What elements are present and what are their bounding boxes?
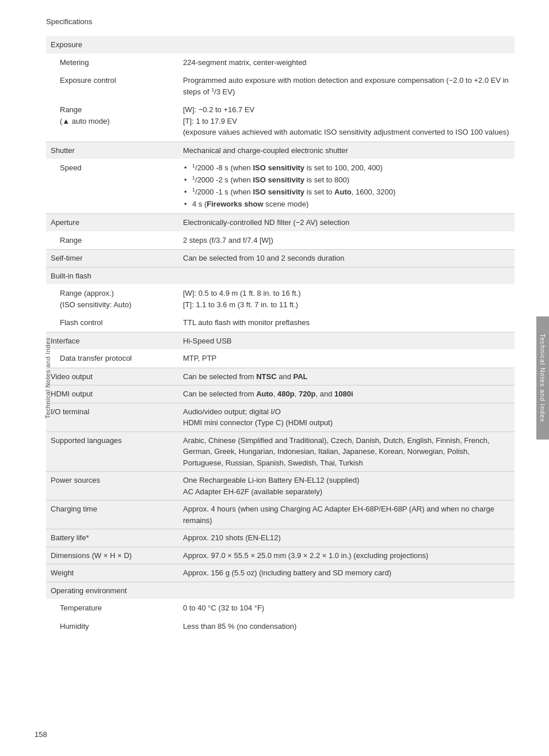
spec-label: I/O terminal (46, 403, 178, 432)
spec-label: Battery life* (46, 529, 178, 547)
spec-value: Approx. 156 g (5.5 oz) (including batter… (178, 564, 514, 582)
spec-sub-label: Flash control (46, 314, 178, 332)
spec-value: Can be selected from 10 and 2 seconds du… (178, 250, 514, 268)
table-row: Supported languagesArabic, Chinese (Simp… (46, 432, 514, 472)
spec-sub-value: TTL auto flash with monitor preflashes (178, 314, 514, 332)
spec-value: Electronically-controlled ND filter (−2 … (178, 214, 514, 231)
spec-sub-value: MTP, PTP (178, 349, 514, 368)
spec-value: Approx. 4 hours (when using Charging AC … (178, 501, 514, 529)
spec-value (178, 36, 514, 54)
spec-label: Operating environment (46, 582, 178, 599)
page-number: 158 (35, 730, 47, 739)
spec-label: Video output (46, 368, 178, 385)
spec-label: HDMI output (46, 385, 178, 403)
table-row: HumidityLess than 85 % (no condensation) (46, 617, 514, 636)
table-row: Battery life*Approx. 210 shots (EN-EL12) (46, 529, 514, 547)
spec-label: Power sources (46, 472, 178, 501)
page: Specifications Technical Notes and Index… (0, 0, 549, 756)
spec-label: Built-in flash (46, 267, 178, 284)
spec-sub-value: Programmed auto exposure with motion det… (178, 71, 514, 101)
table-row: Temperature0 to 40 °C (32 to 104 °F) (46, 599, 514, 617)
table-row: Built-in flash (46, 267, 514, 284)
page-title: Specifications (46, 17, 514, 26)
table-row: Dimensions (W × H × D)Approx. 97.0 × 55.… (46, 547, 514, 564)
spec-sub-value: [W]: −0.2 to +16.7 EV[T]: 1 to 17.9 EV(e… (178, 101, 514, 142)
spec-value: Hi-Speed USB (178, 332, 514, 349)
spec-sub-label: Exposure control (46, 71, 178, 101)
spec-sub-label: Humidity (46, 617, 178, 636)
specs-table: ExposureMetering224-segment matrix, cent… (46, 36, 514, 635)
table-row: ShutterMechanical and charge-coupled ele… (46, 142, 514, 159)
spec-sub-label: Range(▲ auto mode) (46, 101, 178, 142)
spec-label: Supported languages (46, 432, 178, 472)
bullet-item: 1/2000 -2 s (when ISO sensitivity is set… (183, 174, 510, 186)
side-label: Technical Notes and Index (44, 337, 51, 419)
table-row: Range (approx.)(ISO sensitivity: Auto)[W… (46, 284, 514, 314)
spec-value (178, 582, 514, 599)
table-row: Flash controlTTL auto flash with monitor… (46, 314, 514, 332)
spec-label: Exposure (46, 36, 178, 54)
spec-sub-value: 0 to 40 °C (32 to 104 °F) (178, 599, 514, 617)
spec-sub-label: Data transfer protocol (46, 349, 178, 368)
spec-label: Interface (46, 332, 178, 349)
table-row: Power sourcesOne Rechargeable Li-ion Bat… (46, 472, 514, 501)
spec-label: Weight (46, 564, 178, 582)
side-tab: Technical Notes and Index (536, 316, 549, 440)
spec-sub-value: [W]: 0.5 to 4.9 m (1 ft. 8 in. to 16 ft.… (178, 284, 514, 314)
spec-value: Approx. 97.0 × 55.5 × 25.0 mm (3.9 × 2.2… (178, 547, 514, 564)
table-row: Metering224-segment matrix, center-weigh… (46, 54, 514, 72)
spec-sub-value: 1/2000 -8 s (when ISO sensitivity is set… (178, 159, 514, 213)
table-row: Exposure (46, 36, 514, 54)
spec-label: Self-timer (46, 250, 178, 268)
spec-sub-label: Range (46, 231, 178, 250)
table-row: I/O terminalAudio/video output; digital … (46, 403, 514, 432)
table-row: Exposure controlProgrammed auto exposure… (46, 71, 514, 101)
spec-label: Dimensions (W × H × D) (46, 547, 178, 564)
spec-sub-label: Speed (46, 159, 178, 213)
bullet-item: 4 s (Fireworks show scene mode) (183, 198, 510, 210)
table-row: Self-timerCan be selected from 10 and 2 … (46, 250, 514, 268)
table-row: WeightApprox. 156 g (5.5 oz) (including … (46, 564, 514, 582)
spec-sub-value: Less than 85 % (no condensation) (178, 617, 514, 636)
table-row: Speed1/2000 -8 s (when ISO sensitivity i… (46, 159, 514, 213)
spec-value: Approx. 210 shots (EN-EL12) (178, 529, 514, 547)
spec-value: Mechanical and charge-coupled electronic… (178, 142, 514, 159)
spec-value (178, 267, 514, 284)
spec-sub-label: Metering (46, 54, 178, 72)
spec-value: Can be selected from NTSC and PAL (178, 368, 514, 385)
table-row: InterfaceHi-Speed USB (46, 332, 514, 349)
spec-sub-label: Range (approx.)(ISO sensitivity: Auto) (46, 284, 178, 314)
spec-label: Shutter (46, 142, 178, 159)
table-row: Video outputCan be selected from NTSC an… (46, 368, 514, 385)
table-row: HDMI outputCan be selected from Auto, 48… (46, 385, 514, 403)
spec-value: One Rechargeable Li-ion Battery EN-EL12 … (178, 472, 514, 501)
spec-sub-value: 2 steps (f/3.7 and f/7.4 [W]) (178, 231, 514, 250)
spec-value: Can be selected from Auto, 480p, 720p, a… (178, 385, 514, 403)
spec-label: Charging time (46, 501, 178, 529)
table-row: Operating environment (46, 582, 514, 599)
table-row: Data transfer protocolMTP, PTP (46, 349, 514, 368)
spec-value: Audio/video output; digital I/OHDMI mini… (178, 403, 514, 432)
bullet-item: 1/2000 -1 s (when ISO sensitivity is set… (183, 186, 510, 198)
table-row: Range(▲ auto mode)[W]: −0.2 to +16.7 EV[… (46, 101, 514, 142)
spec-label: Aperture (46, 214, 178, 231)
spec-sub-value: 224-segment matrix, center-weighted (178, 54, 514, 72)
spec-value: Arabic, Chinese (Simplified and Traditio… (178, 432, 514, 472)
table-row: Charging timeApprox. 4 hours (when using… (46, 501, 514, 529)
spec-sub-label: Temperature (46, 599, 178, 617)
bullet-item: 1/2000 -8 s (when ISO sensitivity is set… (183, 162, 510, 174)
table-row: Range2 steps (f/3.7 and f/7.4 [W]) (46, 231, 514, 250)
table-row: ApertureElectronically-controlled ND fil… (46, 214, 514, 231)
